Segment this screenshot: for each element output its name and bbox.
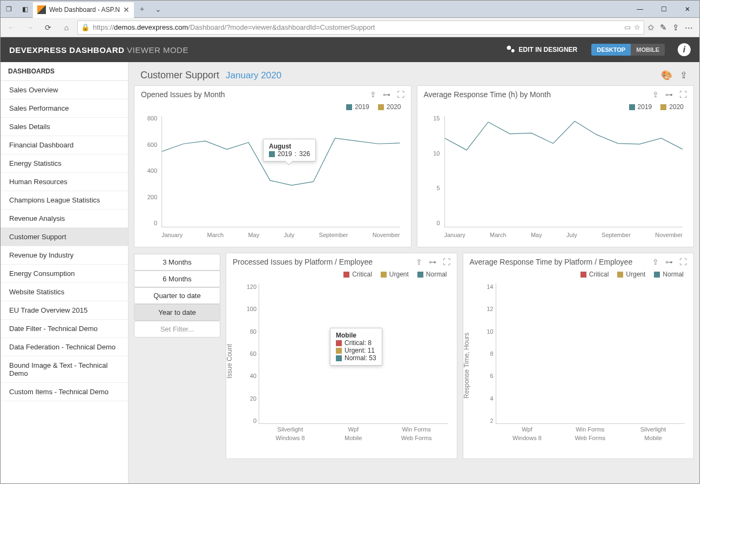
reading-view-icon[interactable]: ▭ — [624, 23, 631, 31]
view-toggle: DESKTOP MOBILE — [591, 44, 665, 56]
more-icon[interactable]: ⋯ — [685, 23, 693, 32]
filter-button[interactable]: Set Filter... — [134, 321, 220, 338]
sidebar-item[interactable]: Date Filter - Technical Demo — [1, 320, 128, 338]
card-avg-response: Average Response Time (h) by Month ⇪ ⊶ ⛶… — [417, 85, 694, 247]
favorites-hub-icon[interactable]: ✩ — [647, 23, 654, 32]
window-minimize-button[interactable]: — — [628, 1, 652, 18]
url-input[interactable]: 🔒 https://demos.devexpress.com/Dashboard… — [77, 21, 644, 35]
sidebar-item[interactable]: Energy Consumption — [1, 265, 128, 283]
view-toggle-mobile[interactable]: MOBILE — [631, 44, 665, 56]
tab-close-icon[interactable]: ✕ — [123, 5, 130, 14]
palette-icon — [506, 45, 516, 55]
home-button[interactable]: ⌂ — [59, 20, 74, 35]
browser-tab[interactable]: Web Dashboard - ASP.N ✕ — [33, 2, 134, 18]
window-maximize-button[interactable]: ☐ — [652, 1, 676, 18]
sidebar-item[interactable]: Sales Overview — [1, 81, 128, 99]
window-close-button[interactable]: ✕ — [676, 1, 699, 18]
forward-button[interactable]: → — [22, 20, 37, 35]
sidebar-item[interactable]: Sales Performance — [1, 99, 128, 118]
sidebar-item[interactable]: Sales Details — [1, 118, 128, 136]
sys-window-icon[interactable]: ◧ — [17, 1, 33, 17]
sidebar-item[interactable]: Customer Support — [1, 228, 128, 246]
card-title: Average Response Time (h) by Month — [424, 90, 551, 99]
card-title: Average Response Time by Platform / Empl… — [470, 258, 633, 266]
sidebar-item[interactable]: Financial Dashboard — [1, 136, 128, 154]
maximize-icon[interactable]: ⛶ — [679, 258, 687, 266]
theme-icon[interactable]: 🎨 — [661, 70, 672, 81]
drill-icon[interactable]: ⊶ — [665, 90, 673, 99]
card-title: Opened Issues by Month — [141, 90, 225, 99]
share-icon[interactable]: ⇪ — [672, 23, 679, 32]
sidebar-item[interactable]: Website Statistics — [1, 283, 128, 301]
dashboard-title: Customer Support — [140, 70, 219, 81]
sidebar: DASHBOARDS Sales OverviewSales Performan… — [1, 62, 129, 484]
sidebar-item[interactable]: Custom Items - Technical Demo — [1, 383, 128, 401]
address-bar: ← → ⟳ ⌂ 🔒 https://demos.devexpress.com/D… — [1, 18, 699, 37]
favorite-icon[interactable]: ☆ — [634, 23, 640, 31]
browser-titlebar: ❐ ◧ Web Dashboard - ASP.N ✕ ＋ ⌄ — ☐ ✕ — [1, 1, 699, 18]
chart-tooltip-bar: Mobile Critical: 8Urgent: 11Normal: 53 — [330, 328, 382, 366]
dashboard-period: January 2020 — [226, 70, 281, 81]
chart-avg-response[interactable]: 151050JanuaryMarchMayJulySeptemberNovemb… — [423, 114, 685, 238]
brand: DEVEXPRESS DASHBOARD VIEWER MODE — [9, 45, 188, 55]
tab-dropdown-icon[interactable]: ⌄ — [150, 5, 166, 14]
edit-in-designer-link[interactable]: EDIT IN DESIGNER — [506, 45, 578, 55]
chart-avg-platform[interactable]: Response Time, Hours1412108642WpfWin For… — [465, 281, 688, 449]
drill-icon[interactable]: ⊶ — [383, 90, 390, 99]
export-icon[interactable]: ⇪ — [370, 90, 376, 99]
card-opened-issues: Opened Issues by Month ⇪ ⊶ ⛶ 20192020 80… — [134, 85, 411, 247]
card-title: Processed Issues by Platform / Employee — [233, 258, 373, 266]
new-tab-button[interactable]: ＋ — [134, 4, 150, 14]
sidebar-item[interactable]: Human Resources — [1, 173, 128, 191]
sidebar-item[interactable]: Data Federation - Technical Demo — [1, 338, 128, 356]
sidebar-item[interactable]: Bound Image & Text - Technical Demo — [1, 356, 128, 383]
maximize-icon[interactable]: ⛶ — [397, 90, 404, 99]
maximize-icon[interactable]: ⛶ — [679, 90, 687, 99]
drill-icon[interactable]: ⊶ — [429, 258, 436, 266]
filter-button[interactable]: 6 Months — [134, 271, 220, 287]
info-button[interactable]: i — [678, 43, 691, 56]
sidebar-heading: DASHBOARDS — [1, 62, 128, 81]
card-avg-platform: Average Response Time by Platform / Empl… — [463, 253, 694, 459]
export-icon[interactable]: ⇪ — [652, 90, 659, 99]
export-icon[interactable]: ⇪ — [416, 258, 422, 266]
card-processed-issues: Processed Issues by Platform / Employee … — [226, 253, 457, 459]
filter-button[interactable]: 3 Months — [134, 254, 220, 271]
notes-icon[interactable]: ✎ — [660, 23, 667, 32]
chart-tooltip: August 2019: 326 — [263, 139, 316, 161]
sidebar-item[interactable]: EU Trade Overview 2015 — [1, 301, 128, 320]
maximize-icon[interactable]: ⛶ — [443, 258, 450, 266]
back-button[interactable]: ← — [4, 20, 19, 35]
drill-icon[interactable]: ⊶ — [665, 258, 673, 266]
export-dashboard-icon[interactable]: ⇪ — [680, 70, 687, 81]
lock-icon: 🔒 — [81, 23, 90, 31]
sys-tabs-icon[interactable]: ❐ — [1, 1, 17, 17]
chart-opened-issues[interactable]: 8006004002000JanuaryMarchMayJulySeptembe… — [140, 114, 402, 238]
view-toggle-desktop[interactable]: DESKTOP — [591, 44, 631, 56]
filter-button[interactable]: Year to date — [134, 304, 220, 321]
sidebar-item[interactable]: Revenue by Industry — [1, 246, 128, 265]
date-filter-panel: 3 Months6 MonthsQuarter to dateYear to d… — [134, 253, 220, 459]
sidebar-item[interactable]: Champions League Statistics — [1, 191, 128, 210]
export-icon[interactable]: ⇪ — [652, 258, 659, 266]
filter-button[interactable]: Quarter to date — [134, 287, 220, 304]
app-header: DEVEXPRESS DASHBOARD VIEWER MODE EDIT IN… — [1, 37, 699, 62]
sidebar-item[interactable]: Energy Statistics — [1, 154, 128, 173]
favicon — [37, 5, 46, 14]
main-panel: Customer Support January 2020 🎨 ⇪ Opened… — [129, 62, 699, 484]
tab-title: Web Dashboard - ASP.N — [49, 6, 120, 14]
refresh-button[interactable]: ⟳ — [40, 20, 56, 35]
sidebar-item[interactable]: Revenue Analysis — [1, 210, 128, 228]
